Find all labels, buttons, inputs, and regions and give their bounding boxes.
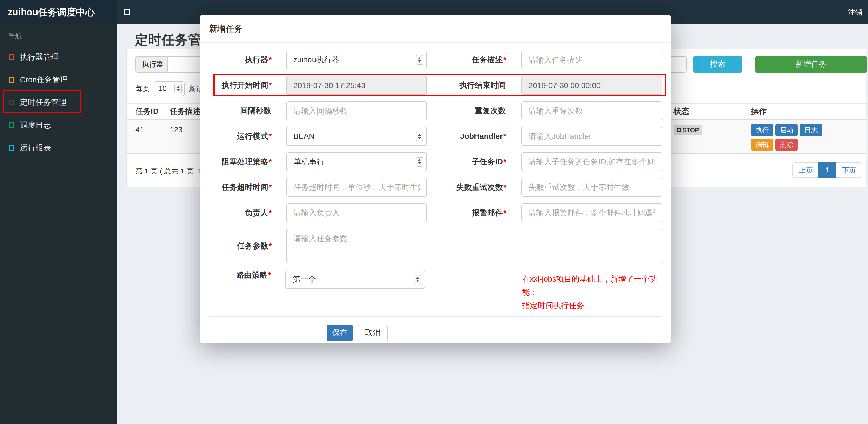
pagination-controls: 上页 1 下页 [793, 162, 862, 178]
field-label-start-time: 执行开始时间* [200, 80, 272, 91]
page-size-prefix: 每页 [135, 84, 150, 94]
field-label-timeout: 任务超时时间* [200, 182, 272, 193]
field-label-job-param: 任务参数* [200, 241, 272, 251]
col-header-task-id: 任务ID [135, 106, 170, 117]
square-icon [9, 77, 14, 83]
field-label-task-desc: 任务描述* [427, 55, 506, 65]
field-label-alarm-email: 报警邮件* [427, 207, 506, 218]
alarm-email-input[interactable] [521, 203, 662, 222]
task-id-cell: 41 [135, 120, 170, 153]
route-strategy-select-value: 第一个 [293, 274, 316, 285]
col-header-status: 状态 [674, 106, 751, 117]
sidebar-toggle-icon[interactable] [124, 9, 130, 15]
operations-buttons: 执行 启动 日志 编辑 删除 [751, 120, 834, 151]
field-label-route-strategy: 路由策略* [200, 270, 271, 281]
block-strategy-select[interactable]: 单机串行 [286, 152, 427, 171]
log-button[interactable]: 日志 [800, 124, 822, 136]
square-icon [9, 122, 14, 128]
feature-note-line1: 在xxl-jobs项目的基础上，新增了一个功能： [522, 272, 671, 299]
author-input[interactable] [286, 203, 427, 222]
timeout-input[interactable] [286, 178, 427, 197]
select-arrows-icon [414, 274, 421, 284]
jobhandler-input[interactable] [521, 127, 662, 145]
stop-square-icon [677, 128, 681, 132]
sidebar-item-label: 执行器管理 [20, 52, 59, 63]
interval-seconds-input[interactable] [286, 101, 427, 120]
status-cell: STOP [674, 120, 751, 153]
sidebar-item-dispatch-log[interactable]: 调度日志 [0, 114, 117, 136]
start-time-input[interactable] [286, 76, 427, 95]
field-label-interval: 间隔秒数 [200, 105, 272, 116]
logout-link[interactable]: 注销 [848, 0, 862, 25]
sidebar-item-label: 调度日志 [20, 120, 51, 130]
execute-button[interactable]: 执行 [751, 124, 773, 136]
save-button[interactable]: 保存 [327, 325, 353, 341]
select-arrows-icon [416, 157, 423, 167]
app-logo[interactable]: zuihou任务调度中心 [0, 0, 117, 25]
sidebar-item-label: 定时任务管理 [20, 97, 67, 108]
modal-title: 新增任务 [200, 15, 671, 42]
block-strategy-select-value: 单机串行 [293, 157, 324, 167]
sidebar-header: 导航 [0, 25, 117, 46]
prev-page-button[interactable]: 上页 [793, 162, 818, 178]
job-param-textarea[interactable] [286, 229, 662, 263]
executor-select[interactable]: zuihou执行器 [286, 51, 427, 69]
search-button[interactable]: 搜索 [693, 56, 742, 73]
delete-button[interactable]: 删除 [775, 138, 798, 151]
executor-select-value: zuihou执行器 [293, 55, 339, 65]
app-root: zuihou任务调度中心 注销 导航 执行器管理 Cron任务管理 定时任务管理… [0, 0, 868, 424]
field-label-author: 负责人* [200, 207, 272, 218]
col-header-operations: 操作 [751, 106, 866, 117]
current-page-button[interactable]: 1 [818, 162, 836, 178]
square-icon [9, 54, 14, 60]
sidebar-item-cron-task-management[interactable]: Cron任务管理 [0, 68, 117, 91]
status-stop-badge: STOP [674, 125, 702, 136]
field-label-executor: 执行器* [200, 55, 272, 65]
feature-note: 在xxl-jobs项目的基础上，新增了一个功能： 指定时间执行任务 [522, 270, 671, 312]
field-label-child-job: 子任务ID* [427, 157, 506, 167]
select-arrows-icon [175, 84, 182, 94]
status-text: STOP [682, 127, 699, 134]
route-strategy-select[interactable]: 第一个 [285, 270, 425, 289]
repeat-count-input[interactable] [521, 101, 662, 120]
run-mode-select-value: BEAN [293, 132, 314, 141]
job-desc-input[interactable] [521, 51, 662, 69]
select-arrows-icon [416, 132, 423, 141]
fail-retry-input[interactable] [521, 178, 662, 197]
end-time-input[interactable] [521, 76, 662, 95]
sidebar: 导航 执行器管理 Cron任务管理 定时任务管理 调度日志 运行报表 [0, 25, 117, 424]
field-label-jobhandler: JobHandler* [427, 132, 506, 141]
start-button[interactable]: 启动 [775, 124, 798, 136]
page-size-select[interactable]: 10 [154, 81, 185, 96]
square-icon [9, 100, 14, 105]
modal-body: 执行器* zuihou执行器 任务描述* 执行开始时间* 执行结束时间 间隔秒数… [200, 43, 671, 312]
sidebar-item-executor-management[interactable]: 执行器管理 [0, 45, 117, 68]
select-arrows-icon [416, 55, 423, 65]
page-size-value: 10 [158, 85, 166, 93]
sidebar-item-run-report[interactable]: 运行报表 [0, 136, 117, 159]
edit-button[interactable]: 编辑 [751, 138, 773, 151]
field-label-fail-retry: 失败重试次数* [427, 182, 506, 193]
run-mode-select[interactable]: BEAN [286, 127, 427, 145]
operations-cell: 执行 启动 日志 编辑 删除 [751, 120, 866, 153]
page-size-row: 每页 10 条记录 [135, 81, 210, 97]
sidebar-item-label: 运行报表 [20, 142, 51, 153]
square-icon [9, 145, 14, 151]
field-label-run-mode: 运行模式* [200, 131, 272, 142]
sidebar-item-scheduled-task-management[interactable]: 定时任务管理 [0, 91, 117, 114]
executor-filter-label: 执行器 [135, 56, 170, 73]
modal-footer: 保存 取消 [200, 317, 671, 341]
sidebar-item-label: Cron任务管理 [20, 74, 68, 85]
child-job-input[interactable] [521, 152, 662, 171]
field-label-end-time: 执行结束时间 [427, 80, 506, 91]
next-page-button[interactable]: 下页 [836, 162, 862, 178]
add-task-modal: 新增任务 执行器* zuihou执行器 任务描述* 执行开始时间* 执行结束时间… [200, 15, 671, 343]
feature-note-line2: 指定时间执行任务 [522, 299, 671, 312]
cancel-button[interactable]: 取消 [358, 325, 388, 341]
add-task-button[interactable]: 新增任务 [755, 56, 867, 73]
field-label-block-strategy: 阻塞处理策略* [200, 157, 272, 167]
field-label-repeat: 重复次数 [427, 105, 506, 116]
